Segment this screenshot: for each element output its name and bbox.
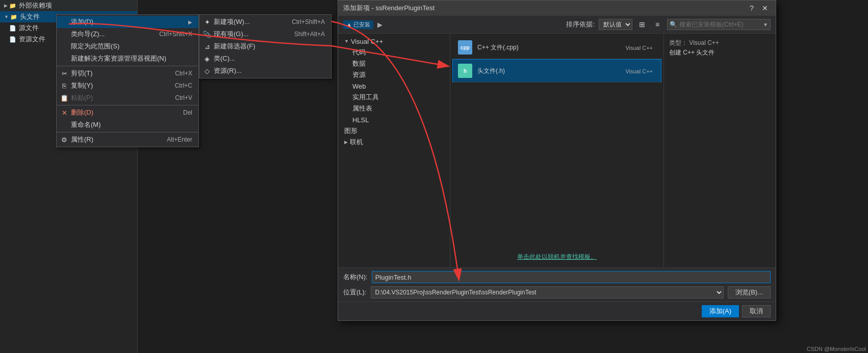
dialog-tree-visual-cpp[interactable]: ▼ Visual C++ bbox=[338, 36, 450, 47]
template-name-h: 头文件(.h) bbox=[477, 67, 625, 75]
online-search-link[interactable]: 单击此处以脱机并查找模板。 bbox=[454, 251, 659, 263]
menu-item-properties[interactable]: ⚙ 属性(R) Alt+Enter bbox=[57, 133, 198, 146]
submenu-item-existing[interactable]: 📎 现有项(G)... Shift+Alt+A bbox=[199, 28, 331, 40]
paste-icon: 📋 bbox=[60, 94, 69, 102]
submenu-item-label: 新建筛选器(F) bbox=[214, 42, 256, 51]
search-icon: 🔍 bbox=[670, 21, 677, 28]
menu-item-cut[interactable]: ✂ 剪切(T) Ctrl+X bbox=[57, 67, 198, 79]
menu-item-label: 类向导(Z)... bbox=[71, 30, 105, 39]
filter-icon: ⊿ bbox=[202, 43, 212, 50]
shortcut-label: Ctrl+Shift+A bbox=[292, 18, 325, 25]
submenu-item-filter[interactable]: ⊿ 新建筛选器(F) bbox=[199, 40, 331, 52]
menu-item-label: 属性(R) bbox=[71, 135, 93, 144]
arrow-icon: ▼ bbox=[4, 14, 9, 19]
menu-item-label: 添加(D) bbox=[71, 17, 93, 26]
tree-item-label: 代码 bbox=[352, 48, 366, 57]
separator-1 bbox=[57, 66, 198, 66]
resource-icon: ◇ bbox=[202, 67, 212, 75]
menu-item-add[interactable]: 添加(D) ▶ bbox=[57, 16, 198, 28]
tree-item-label: 实用工具 bbox=[352, 93, 379, 102]
installed-label: ▲ 已安装 bbox=[343, 20, 373, 29]
grid-icon: ⊞ bbox=[639, 20, 645, 29]
h-template-icon: h bbox=[457, 63, 473, 79]
tree-item-external-deps[interactable]: ▶ 📁 外部依赖项 bbox=[0, 0, 137, 11]
arrow-icon: ▶ bbox=[4, 3, 8, 8]
dialog-help-button[interactable]: ? bbox=[746, 3, 757, 14]
breadcrumb-arrow: ▶ bbox=[377, 21, 382, 29]
dialog-tree-property-sheets[interactable]: 属性表 bbox=[338, 103, 450, 114]
add-new-item-dialog: 添加新项 - ssRenderPluginTest ? ✕ ▲ 已安装 ▶ 排序… bbox=[338, 0, 776, 321]
existing-icon: 📎 bbox=[202, 31, 212, 38]
sort-label: 排序依据: bbox=[566, 20, 595, 29]
menu-item-scope[interactable]: 限定为此范围(S) bbox=[57, 40, 198, 52]
delete-icon: ✕ bbox=[60, 109, 69, 117]
tree-item-label: 头文件 bbox=[20, 12, 40, 21]
dialog-tree-web[interactable]: Web bbox=[338, 80, 450, 92]
template-item-h[interactable]: h 头文件(.h) Visual C++ bbox=[452, 59, 661, 83]
menu-item-label: 限定为此范围(S) bbox=[71, 42, 119, 51]
dialog-tree-hlsl[interactable]: HLSL bbox=[338, 114, 450, 125]
context-menu: 添加(D) ▶ 类向导(Z)... Ctrl+Shift+X 限定为此范围(S)… bbox=[56, 14, 199, 147]
template-info-cpp: C++ 文件(.cpp) bbox=[477, 43, 625, 52]
cancel-button[interactable]: 取消 bbox=[742, 305, 771, 317]
tree-item-label: 联机 bbox=[350, 138, 363, 147]
dialog-tree-resources[interactable]: 资源 bbox=[338, 69, 450, 80]
template-info-h: 头文件(.h) bbox=[477, 67, 625, 75]
list-view-button[interactable]: ≡ bbox=[652, 19, 663, 30]
browse-button[interactable]: 浏览(B)... bbox=[728, 286, 771, 298]
menu-item-delete[interactable]: ✕ 删除(D) Del bbox=[57, 106, 198, 119]
template-lang-h: Visual C++ bbox=[625, 68, 657, 74]
grid-view-button[interactable]: ⊞ bbox=[636, 19, 648, 30]
dialog-body: ▼ Visual C++ 代码 数据 资源 Web 实用工具 属性表 HLS bbox=[338, 34, 776, 267]
arrow-icon: ▼ bbox=[344, 39, 349, 44]
dialog-tree-graphics[interactable]: 图形 bbox=[338, 125, 450, 137]
menu-item-new-view[interactable]: 新建解决方案资源管理器视图(N) bbox=[57, 52, 198, 65]
menu-item-class-wizard[interactable]: 类向导(Z)... Ctrl+Shift+X bbox=[57, 28, 198, 40]
submenu-item-label: 新建项(W)... bbox=[214, 17, 250, 26]
submenu-item-resource[interactable]: ◇ 资源(R)... bbox=[199, 65, 331, 77]
file-icon: 📄 bbox=[9, 24, 17, 32]
arrow-icon: ▶ bbox=[344, 140, 348, 145]
location-select[interactable]: D:\04.VS2015Proj\ssRenderPluginTest\ssRe… bbox=[371, 286, 724, 298]
tree-item-label: Web bbox=[352, 83, 366, 90]
dialog-title: 添加新项 - ssRenderPluginTest bbox=[343, 4, 746, 13]
tree-item-label: 图形 bbox=[344, 126, 358, 135]
menu-item-copy[interactable]: ⎘ 复制(Y) Ctrl+C bbox=[57, 79, 198, 92]
submenu-item-new[interactable]: ✦ 新建项(W)... Ctrl+Shift+A bbox=[199, 16, 331, 28]
tree-item-label: Visual C++ bbox=[351, 38, 383, 45]
tree-item-label: 外部依赖项 bbox=[19, 1, 52, 10]
shortcut-label: Ctrl+V bbox=[175, 94, 192, 101]
cpp-template-icon: cpp bbox=[457, 39, 473, 56]
template-lang-cpp: Visual C++ bbox=[625, 45, 657, 51]
dialog-tree-utilities[interactable]: 实用工具 bbox=[338, 92, 450, 103]
scissors-icon: ✂ bbox=[60, 70, 69, 77]
separator-2 bbox=[57, 105, 198, 105]
dialog-tree-online[interactable]: ▶ 联机 bbox=[338, 137, 450, 148]
name-input[interactable] bbox=[372, 271, 771, 283]
submenu-item-class[interactable]: ◈ 类(C)... bbox=[199, 52, 331, 65]
menu-item-label: 剪切(T) bbox=[71, 69, 93, 78]
template-item-cpp[interactable]: cpp C++ 文件(.cpp) Visual C++ bbox=[452, 36, 661, 59]
dialog-tree-data[interactable]: 数据 bbox=[338, 58, 450, 69]
shortcut-label: Ctrl+X bbox=[175, 70, 192, 77]
list-icon: ≡ bbox=[655, 20, 659, 29]
menu-item-rename[interactable]: 重命名(M) bbox=[57, 119, 198, 131]
new-icon: ✦ bbox=[202, 18, 212, 26]
dialog-category-tree: ▼ Visual C++ 代码 数据 资源 Web 实用工具 属性表 HLS bbox=[338, 34, 450, 267]
menu-item-label: 删除(D) bbox=[71, 108, 93, 117]
submenu-arrow-icon: ▶ bbox=[188, 19, 192, 25]
submenu-item-label: 资源(R)... bbox=[214, 66, 242, 75]
sort-select[interactable]: 默认值 bbox=[599, 19, 632, 30]
dialog-close-button[interactable]: ✕ bbox=[759, 3, 771, 14]
menu-item-paste[interactable]: 📋 粘贴(P) Ctrl+V bbox=[57, 92, 198, 104]
search-input[interactable] bbox=[679, 21, 761, 28]
dialog-action-buttons: 添加(A) 取消 bbox=[338, 302, 776, 320]
class-icon: ◈ bbox=[202, 55, 212, 63]
type-label: 类型： Visual C++ bbox=[669, 39, 771, 47]
desc-label: 创建 C++ 头文件 bbox=[669, 48, 771, 57]
add-button[interactable]: 添加(A) bbox=[702, 305, 739, 317]
dialog-tree-code[interactable]: 代码 bbox=[338, 47, 450, 58]
shortcut-label: Del bbox=[183, 109, 192, 116]
file-icon: 📄 bbox=[9, 35, 17, 43]
shortcut-label: Ctrl+Shift+X bbox=[159, 31, 192, 38]
